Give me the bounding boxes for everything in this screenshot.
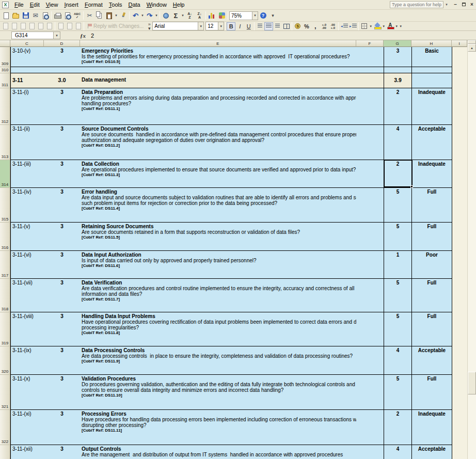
cell-d318[interactable]: 3 [44,279,80,312]
row-header-309[interactable]: 309 [0,47,10,67]
increase-indent-button[interactable]: ▸ [348,22,357,30]
cell-c317[interactable]: 3-11-(vi) [10,251,44,279]
cell-f323[interactable] [356,445,384,459]
cell[interactable] [452,67,467,73]
spelling-button[interactable]: ABC✓ [72,11,82,21]
paste-button[interactable] [104,11,114,21]
row-header-316[interactable]: 316 [0,223,10,251]
toolbar-overflow-icon[interactable]: »▾ [146,22,152,30]
cell-g323[interactable]: 4 [384,445,411,459]
menu-insert[interactable]: Insert [61,1,82,9]
reply-with-changes-button[interactable]: Reply with Changes... [85,21,146,31]
row-header-311[interactable]: 311 [0,73,10,88]
column-header-i[interactable]: I [452,40,467,47]
cell-i321[interactable] [452,375,467,410]
cell-i316[interactable] [452,223,467,251]
cell-i309[interactable] [452,47,467,67]
cell-f309[interactable] [356,47,384,67]
cell-d309[interactable]: 3 [44,47,80,67]
column-header-g[interactable]: G [384,40,411,47]
cell-h322[interactable]: Inadequate [411,410,452,445]
cell-h315[interactable]: Full [411,188,452,223]
cell-e309[interactable]: Emergency PrioritiesIs the setting of pr… [80,47,356,67]
cell-e312[interactable]: Data PreparationAre problems and errors … [80,88,356,125]
open-button[interactable] [11,11,21,21]
cell-e317[interactable]: Data Input AuthorizationIs input of data… [80,251,356,279]
cell-i323[interactable] [452,445,467,459]
menu-tools[interactable]: Tools [106,1,125,9]
percent-button[interactable]: % [302,22,311,30]
row-header-320[interactable]: 320 [0,346,10,375]
paste-dropdown-icon[interactable]: ▼ [114,14,118,17]
cell-e316[interactable]: Retaining Source DocumentsAre source doc… [80,223,356,251]
fill-color-dropdown-icon[interactable]: ▼ [382,25,386,28]
cell-f316[interactable] [356,223,384,251]
cell-i317[interactable] [452,251,467,279]
font-size-combo[interactable]: 12▼ [205,22,224,30]
cell-g313[interactable]: 4 [384,125,411,160]
update-file-button[interactable] [56,22,65,30]
cell-f320[interactable] [356,346,384,375]
cell-h313[interactable]: Acceptable [411,125,452,160]
cell-f315[interactable] [356,188,384,223]
cell-d312[interactable]: 3 [44,88,80,125]
new-button[interactable] [1,11,11,21]
undo-dropdown-icon[interactable]: ▼ [140,14,145,17]
cell-i320[interactable] [452,346,467,375]
previous-comment-button[interactable] [10,22,19,30]
close-button[interactable]: × [468,1,476,9]
redo-button[interactable]: ↷ [145,11,154,21]
type-a-question-input[interactable] [390,1,443,8]
vertical-scrollbar[interactable]: ▲ [467,40,476,459]
name-box-dropdown-icon[interactable]: ▼ [54,31,60,39]
redo-dropdown-icon[interactable]: ▼ [154,14,158,17]
borders-dropdown-icon[interactable]: ▼ [369,25,373,28]
cell-i315[interactable] [452,188,467,223]
column-header-e[interactable]: E [80,40,356,47]
fill-handle[interactable] [410,185,413,188]
cell-f312[interactable] [356,88,384,125]
sort-ascending-button[interactable]: A↓Z [185,11,195,21]
cell-d317[interactable]: 3 [44,251,80,279]
increase-decimal-button[interactable]: +.0.00 [320,22,328,30]
cell-e311[interactable]: Data management [80,73,356,88]
menu-window[interactable]: Window [144,1,170,9]
cell-c318[interactable]: 3-11-(vii) [10,279,44,312]
cell-c316[interactable]: 3-11-(v) [10,223,44,251]
column-header-f[interactable]: F [356,40,384,47]
cell-h317[interactable]: Poor [411,251,452,279]
row-header-317[interactable]: 317 [0,251,10,279]
menu-data[interactable]: Data [125,1,143,9]
cell-h311[interactable] [411,73,452,88]
cell-c323[interactable]: 3-11-(xii) [10,445,44,459]
cell-c322[interactable]: 3-11-(xi) [10,410,44,445]
cell-i322[interactable] [452,410,467,445]
menu-format[interactable]: Format [82,1,106,9]
show-comment-button[interactable] [27,22,36,30]
cell-e323[interactable]: Output ControlsAre the management and di… [80,445,356,459]
column-header-c[interactable]: C [10,40,44,47]
row-header-312[interactable]: 312 [0,88,10,125]
cell-e313[interactable]: Source Document ControlsAre source docum… [80,125,356,160]
cell-c311[interactable]: 3-11 [10,73,44,88]
cell-d322[interactable]: 3 [44,410,80,445]
cell-c320[interactable]: 3-11-(ix) [10,346,44,375]
menu-edit[interactable]: Edit [27,1,43,9]
cell-e322[interactable]: Processing ErrorsHave procedures for han… [80,410,356,445]
end-review-button[interactable] [74,22,83,30]
cell-c312[interactable]: 3-11-(i) [10,88,44,125]
cell-g318[interactable]: 5 [384,279,411,312]
cell-e318[interactable]: Data VerificationAre data verification p… [80,279,356,312]
cell-h316[interactable]: Full [411,223,452,251]
cell-f318[interactable] [356,279,384,312]
menu-view[interactable]: View [43,1,61,9]
edit-comment-button[interactable] [1,22,10,30]
restore-button[interactable] [459,1,468,9]
sort-descending-button[interactable]: Z↓A [195,11,204,21]
row-header-318[interactable]: 318 [0,279,10,312]
cell-h312[interactable]: Inadequate [411,88,452,125]
cell-d311[interactable]: 3.0 [44,73,80,88]
cell-g312[interactable]: 2 [384,88,411,125]
print-button[interactable] [53,11,62,21]
font-size-dropdown-icon[interactable]: ▼ [218,22,224,30]
